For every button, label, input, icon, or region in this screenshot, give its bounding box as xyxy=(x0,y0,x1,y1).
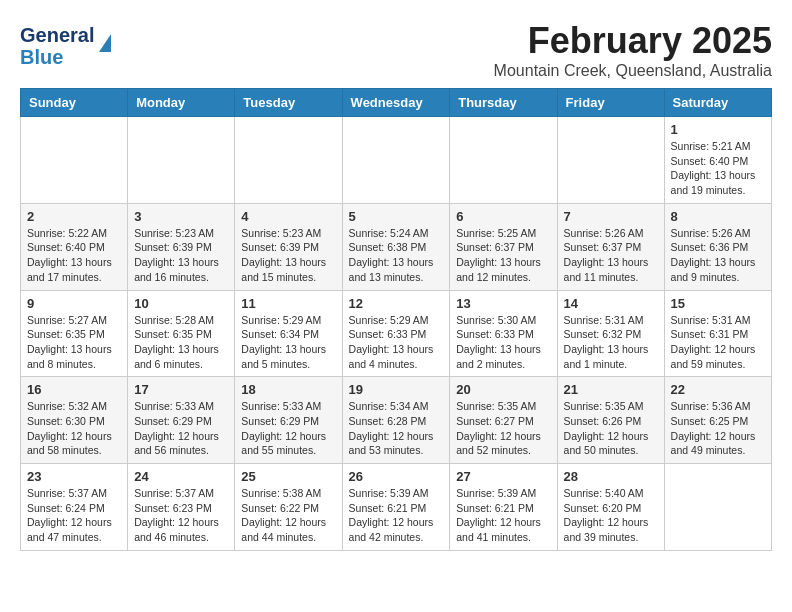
calendar-cell: 14Sunrise: 5:31 AM Sunset: 6:32 PM Dayli… xyxy=(557,290,664,377)
day-info: Sunrise: 5:31 AM Sunset: 6:31 PM Dayligh… xyxy=(671,313,765,372)
calendar-cell: 23Sunrise: 5:37 AM Sunset: 6:24 PM Dayli… xyxy=(21,464,128,551)
day-number: 21 xyxy=(564,382,658,397)
day-number: 12 xyxy=(349,296,444,311)
calendar-cell: 2Sunrise: 5:22 AM Sunset: 6:40 PM Daylig… xyxy=(21,203,128,290)
day-info: Sunrise: 5:23 AM Sunset: 6:39 PM Dayligh… xyxy=(241,226,335,285)
day-header-saturday: Saturday xyxy=(664,89,771,117)
calendar-header: February 2025 Mountain Creek, Queensland… xyxy=(20,20,772,80)
calendar-week-5: 23Sunrise: 5:37 AM Sunset: 6:24 PM Dayli… xyxy=(21,464,772,551)
day-info: Sunrise: 5:21 AM Sunset: 6:40 PM Dayligh… xyxy=(671,139,765,198)
day-info: Sunrise: 5:25 AM Sunset: 6:37 PM Dayligh… xyxy=(456,226,550,285)
day-number: 2 xyxy=(27,209,121,224)
calendar-cell: 27Sunrise: 5:39 AM Sunset: 6:21 PM Dayli… xyxy=(450,464,557,551)
day-info: Sunrise: 5:39 AM Sunset: 6:21 PM Dayligh… xyxy=(349,486,444,545)
day-number: 8 xyxy=(671,209,765,224)
calendar-cell: 15Sunrise: 5:31 AM Sunset: 6:31 PM Dayli… xyxy=(664,290,771,377)
day-info: Sunrise: 5:34 AM Sunset: 6:28 PM Dayligh… xyxy=(349,399,444,458)
day-header-tuesday: Tuesday xyxy=(235,89,342,117)
logo: General Blue xyxy=(20,24,111,68)
day-number: 9 xyxy=(27,296,121,311)
day-info: Sunrise: 5:22 AM Sunset: 6:40 PM Dayligh… xyxy=(27,226,121,285)
calendar-week-2: 2Sunrise: 5:22 AM Sunset: 6:40 PM Daylig… xyxy=(21,203,772,290)
calendar-cell: 10Sunrise: 5:28 AM Sunset: 6:35 PM Dayli… xyxy=(128,290,235,377)
calendar-cell: 6Sunrise: 5:25 AM Sunset: 6:37 PM Daylig… xyxy=(450,203,557,290)
day-number: 13 xyxy=(456,296,550,311)
day-number: 6 xyxy=(456,209,550,224)
day-number: 10 xyxy=(134,296,228,311)
day-number: 14 xyxy=(564,296,658,311)
calendar-title: February 2025 xyxy=(20,20,772,62)
day-info: Sunrise: 5:28 AM Sunset: 6:35 PM Dayligh… xyxy=(134,313,228,372)
day-info: Sunrise: 5:37 AM Sunset: 6:23 PM Dayligh… xyxy=(134,486,228,545)
day-number: 22 xyxy=(671,382,765,397)
day-number: 17 xyxy=(134,382,228,397)
calendar-cell: 28Sunrise: 5:40 AM Sunset: 6:20 PM Dayli… xyxy=(557,464,664,551)
calendar-cell: 5Sunrise: 5:24 AM Sunset: 6:38 PM Daylig… xyxy=(342,203,450,290)
calendar-week-1: 1Sunrise: 5:21 AM Sunset: 6:40 PM Daylig… xyxy=(21,117,772,204)
calendar-cell xyxy=(21,117,128,204)
day-info: Sunrise: 5:26 AM Sunset: 6:36 PM Dayligh… xyxy=(671,226,765,285)
day-info: Sunrise: 5:39 AM Sunset: 6:21 PM Dayligh… xyxy=(456,486,550,545)
calendar-cell: 11Sunrise: 5:29 AM Sunset: 6:34 PM Dayli… xyxy=(235,290,342,377)
day-info: Sunrise: 5:27 AM Sunset: 6:35 PM Dayligh… xyxy=(27,313,121,372)
calendar-cell: 3Sunrise: 5:23 AM Sunset: 6:39 PM Daylig… xyxy=(128,203,235,290)
calendar-cell xyxy=(342,117,450,204)
day-info: Sunrise: 5:24 AM Sunset: 6:38 PM Dayligh… xyxy=(349,226,444,285)
calendar-cell xyxy=(235,117,342,204)
calendar-cell xyxy=(450,117,557,204)
day-info: Sunrise: 5:29 AM Sunset: 6:33 PM Dayligh… xyxy=(349,313,444,372)
day-number: 16 xyxy=(27,382,121,397)
calendar-subtitle: Mountain Creek, Queensland, Australia xyxy=(20,62,772,80)
day-number: 11 xyxy=(241,296,335,311)
calendar-header-row: SundayMondayTuesdayWednesdayThursdayFrid… xyxy=(21,89,772,117)
calendar-cell: 21Sunrise: 5:35 AM Sunset: 6:26 PM Dayli… xyxy=(557,377,664,464)
calendar-cell xyxy=(664,464,771,551)
day-info: Sunrise: 5:26 AM Sunset: 6:37 PM Dayligh… xyxy=(564,226,658,285)
day-info: Sunrise: 5:37 AM Sunset: 6:24 PM Dayligh… xyxy=(27,486,121,545)
day-number: 25 xyxy=(241,469,335,484)
day-header-sunday: Sunday xyxy=(21,89,128,117)
day-number: 1 xyxy=(671,122,765,137)
day-number: 7 xyxy=(564,209,658,224)
day-info: Sunrise: 5:23 AM Sunset: 6:39 PM Dayligh… xyxy=(134,226,228,285)
day-number: 28 xyxy=(564,469,658,484)
calendar-cell xyxy=(557,117,664,204)
day-number: 27 xyxy=(456,469,550,484)
calendar-cell: 8Sunrise: 5:26 AM Sunset: 6:36 PM Daylig… xyxy=(664,203,771,290)
day-number: 24 xyxy=(134,469,228,484)
calendar-cell: 13Sunrise: 5:30 AM Sunset: 6:33 PM Dayli… xyxy=(450,290,557,377)
day-header-monday: Monday xyxy=(128,89,235,117)
day-number: 5 xyxy=(349,209,444,224)
day-info: Sunrise: 5:35 AM Sunset: 6:27 PM Dayligh… xyxy=(456,399,550,458)
day-number: 19 xyxy=(349,382,444,397)
day-header-wednesday: Wednesday xyxy=(342,89,450,117)
calendar-cell: 1Sunrise: 5:21 AM Sunset: 6:40 PM Daylig… xyxy=(664,117,771,204)
day-info: Sunrise: 5:30 AM Sunset: 6:33 PM Dayligh… xyxy=(456,313,550,372)
day-header-thursday: Thursday xyxy=(450,89,557,117)
day-info: Sunrise: 5:32 AM Sunset: 6:30 PM Dayligh… xyxy=(27,399,121,458)
day-number: 23 xyxy=(27,469,121,484)
day-info: Sunrise: 5:33 AM Sunset: 6:29 PM Dayligh… xyxy=(241,399,335,458)
day-number: 3 xyxy=(134,209,228,224)
day-info: Sunrise: 5:29 AM Sunset: 6:34 PM Dayligh… xyxy=(241,313,335,372)
calendar-cell: 18Sunrise: 5:33 AM Sunset: 6:29 PM Dayli… xyxy=(235,377,342,464)
calendar-week-4: 16Sunrise: 5:32 AM Sunset: 6:30 PM Dayli… xyxy=(21,377,772,464)
calendar-cell: 4Sunrise: 5:23 AM Sunset: 6:39 PM Daylig… xyxy=(235,203,342,290)
calendar-cell: 24Sunrise: 5:37 AM Sunset: 6:23 PM Dayli… xyxy=(128,464,235,551)
calendar-cell: 7Sunrise: 5:26 AM Sunset: 6:37 PM Daylig… xyxy=(557,203,664,290)
day-number: 26 xyxy=(349,469,444,484)
day-info: Sunrise: 5:36 AM Sunset: 6:25 PM Dayligh… xyxy=(671,399,765,458)
calendar-cell: 17Sunrise: 5:33 AM Sunset: 6:29 PM Dayli… xyxy=(128,377,235,464)
calendar-cell: 12Sunrise: 5:29 AM Sunset: 6:33 PM Dayli… xyxy=(342,290,450,377)
day-info: Sunrise: 5:40 AM Sunset: 6:20 PM Dayligh… xyxy=(564,486,658,545)
day-info: Sunrise: 5:31 AM Sunset: 6:32 PM Dayligh… xyxy=(564,313,658,372)
calendar-table: SundayMondayTuesdayWednesdayThursdayFrid… xyxy=(20,88,772,551)
calendar-cell: 9Sunrise: 5:27 AM Sunset: 6:35 PM Daylig… xyxy=(21,290,128,377)
calendar-cell: 26Sunrise: 5:39 AM Sunset: 6:21 PM Dayli… xyxy=(342,464,450,551)
calendar-week-3: 9Sunrise: 5:27 AM Sunset: 6:35 PM Daylig… xyxy=(21,290,772,377)
day-number: 4 xyxy=(241,209,335,224)
calendar-cell xyxy=(128,117,235,204)
calendar-cell: 20Sunrise: 5:35 AM Sunset: 6:27 PM Dayli… xyxy=(450,377,557,464)
calendar-cell: 19Sunrise: 5:34 AM Sunset: 6:28 PM Dayli… xyxy=(342,377,450,464)
day-number: 15 xyxy=(671,296,765,311)
